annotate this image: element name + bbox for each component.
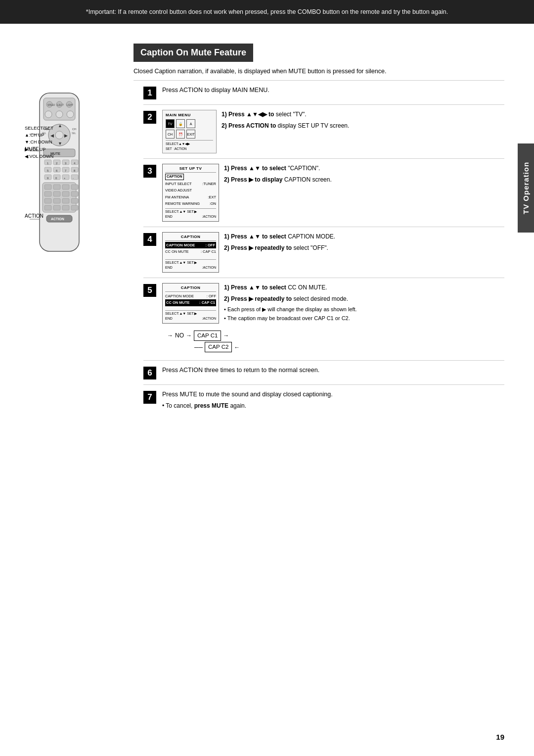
notice-text: *Important: If a remote control button d… bbox=[86, 8, 448, 15]
svg-text:CH: CH bbox=[72, 128, 76, 131]
step-3-number: 3 bbox=[143, 165, 156, 178]
tv-operation-tab: TV Operation bbox=[518, 143, 534, 233]
svg-text:ACTION: ACTION bbox=[51, 217, 64, 221]
svg-rect-55 bbox=[71, 191, 78, 196]
svg-point-8 bbox=[45, 111, 52, 118]
step-5-content: CAPTION CAPTION MODE: OFF CC ON MUTE: CA… bbox=[162, 283, 504, 356]
main-content: Caption On Mute Feature Closed Caption n… bbox=[0, 44, 534, 415]
step-5-screen-title: CAPTION bbox=[165, 285, 216, 292]
svg-rect-52 bbox=[44, 191, 51, 196]
svg-rect-59 bbox=[71, 198, 78, 203]
step-1-number: 1 bbox=[143, 87, 156, 99]
steps-section: 1 Press ACTION to display MAIN MENU. 2 M… bbox=[143, 86, 504, 415]
svg-text:SPEED: SPEED bbox=[47, 104, 55, 106]
step-3-content: SET UP TV CAPTION INPUT SELECT:TUNER VID… bbox=[162, 164, 504, 222]
svg-rect-56 bbox=[44, 198, 51, 203]
step-7-number: 7 bbox=[143, 391, 156, 404]
diagram-arrow-3: → bbox=[223, 331, 229, 340]
diagram-cap-c2: CAP C2 bbox=[205, 342, 232, 352]
step-5-row-1: CAPTION MODE: OFF bbox=[165, 293, 216, 300]
diagram-arrow-back: ← bbox=[234, 343, 240, 352]
content-layout: SPEED EJECT LIGHT ▲ ▼ ◀ ▶ VOL bbox=[25, 86, 504, 415]
svg-point-9 bbox=[56, 111, 63, 118]
step-4-footer: SELECT:▲▼ SET:▶ bbox=[165, 259, 216, 266]
step-1-content: Press ACTION to display MAIN MENU. bbox=[162, 86, 504, 95]
step-4-text: 1) Press ▲▼ to select CAPTION MODE. 2) P… bbox=[224, 232, 335, 253]
step-3-row-3: FM ANTENNA:EXT bbox=[165, 194, 216, 201]
step-6: 6 Press ACTION three times to return to … bbox=[143, 366, 504, 379]
svg-rect-63 bbox=[71, 205, 78, 210]
remote-svg: SPEED EJECT LIGHT ▲ ▼ ◀ ▶ VOL bbox=[25, 91, 94, 259]
svg-rect-49 bbox=[53, 185, 60, 189]
step-3: 3 SET UP TV CAPTION INPUT SELECT:TUNER V… bbox=[143, 164, 504, 222]
step-7-bullet: • To cancel, press MUTE again. bbox=[162, 401, 504, 410]
notice-bar: *Important: If a remote control button d… bbox=[0, 0, 534, 24]
diagram-arrow-2: → bbox=[186, 331, 192, 340]
step-2: 2 MAIN MENU TV 🔒 A CH bbox=[143, 110, 504, 154]
svg-rect-48 bbox=[44, 185, 51, 189]
diagram-cap-c2-label: ── bbox=[194, 343, 203, 352]
diagram-arrow-1: → bbox=[167, 331, 173, 340]
step-2-number: 2 bbox=[143, 111, 156, 124]
svg-text:SEL: SEL bbox=[72, 132, 76, 135]
step-4-content: CAPTION CAPTION MODE: OFF CC ON MUTE: CA… bbox=[162, 232, 504, 273]
step-5-text: 1) Press ▲▼ to select CC ON MUTE. 2) Pre… bbox=[224, 283, 357, 323]
svg-rect-57 bbox=[53, 198, 60, 203]
step-4-screen-title: CAPTION bbox=[165, 234, 216, 241]
step-3-screen-title: SET UP TV bbox=[165, 166, 216, 173]
step-3-screen: SET UP TV CAPTION INPUT SELECT:TUNER VID… bbox=[162, 164, 219, 222]
caption-diagram: → NO → CAP C1 → ── CAP C2 ← bbox=[162, 327, 504, 353]
step-2-content: MAIN MENU TV 🔒 A CH ⏰ EXIT bbox=[162, 110, 504, 154]
step-4-number: 4 bbox=[143, 233, 156, 246]
svg-rect-50 bbox=[62, 185, 69, 189]
step-2-screen-title: MAIN MENU bbox=[166, 112, 213, 118]
step-2-tv-icon: TV bbox=[166, 119, 175, 128]
svg-point-12 bbox=[55, 131, 63, 139]
remote-section: SPEED EJECT LIGHT ▲ ▼ ◀ ▶ VOL bbox=[25, 86, 129, 415]
step-7-text: Press MUTE to mute the sound and display… bbox=[162, 390, 504, 399]
svg-text:▲: ▲ bbox=[58, 123, 62, 128]
step-7-content: Press MUTE to mute the sound and display… bbox=[162, 390, 504, 410]
svg-rect-62 bbox=[62, 205, 69, 210]
step-3-footer: SELECT:▲▼ SET:▶ bbox=[165, 208, 216, 215]
svg-rect-54 bbox=[62, 191, 69, 196]
step-5-row-2: CC ON MUTE: CAP C1 bbox=[165, 299, 216, 306]
step-5-footer: SELECT:▲▼ SET:▶ bbox=[165, 310, 216, 317]
step-2-text: 1) Press ▲▼◀▶ to select "TV". 2) Press A… bbox=[222, 110, 349, 131]
svg-text:LIGHT: LIGHT bbox=[67, 104, 74, 106]
step-2-clock-icon: ⏰ bbox=[176, 130, 185, 139]
step-5-number: 5 bbox=[143, 284, 156, 297]
svg-text:▼: ▼ bbox=[58, 141, 62, 146]
section-title: Caption On Mute Feature bbox=[134, 44, 253, 62]
step-2-lang-icon: A bbox=[186, 119, 195, 128]
diagram-no: NO bbox=[175, 331, 184, 340]
step-6-number: 6 bbox=[143, 367, 156, 379]
step-2-lock-icon: 🔒 bbox=[176, 119, 185, 128]
step-1: 1 Press ACTION to display MAIN MENU. bbox=[143, 86, 504, 99]
remote-container: SPEED EJECT LIGHT ▲ ▼ ◀ ▶ VOL bbox=[25, 91, 129, 259]
step-2-screen: MAIN MENU TV 🔒 A CH ⏰ EXIT bbox=[162, 110, 217, 154]
svg-rect-53 bbox=[53, 191, 60, 196]
svg-text:▶: ▶ bbox=[64, 133, 68, 138]
step-4: 4 CAPTION CAPTION MODE: OFF CC ON MUTE: … bbox=[143, 232, 504, 273]
svg-text:+: + bbox=[64, 177, 66, 180]
step-3-row-4: REMOTE WARNING:ON bbox=[165, 200, 216, 207]
step-5-bullet-1: • Each press of ▶ will change the displa… bbox=[224, 305, 357, 314]
svg-rect-60 bbox=[44, 205, 51, 210]
step-2-ch-icon: CH bbox=[166, 130, 175, 139]
remote-action-label: ACTION bbox=[25, 213, 44, 219]
step-7: 7 Press MUTE to mute the sound and displ… bbox=[143, 390, 504, 410]
step-6-content: Press ACTION three times to return to th… bbox=[162, 366, 504, 375]
step-3-text: 1) Press ▲▼ to select "CAPTION". 2) Pres… bbox=[224, 164, 332, 185]
step-5: 5 CAPTION CAPTION MODE: OFF CC ON MUTE: … bbox=[143, 283, 504, 356]
svg-rect-51 bbox=[71, 185, 78, 189]
step-4-row-1: CAPTION MODE: OFF bbox=[165, 242, 216, 249]
svg-text:EJECT: EJECT bbox=[57, 104, 64, 106]
step-3-row-1: INPUT SELECT:TUNER bbox=[165, 181, 216, 188]
remote-selectset-label: SELECT/SET ▲:CH UP ▼:CH DOWN ▶:VOL UP ◀:… bbox=[25, 124, 53, 160]
svg-point-10 bbox=[67, 111, 74, 118]
step-2-exit-icon: EXIT bbox=[186, 130, 195, 139]
svg-rect-58 bbox=[62, 198, 69, 203]
step-5-bullet-2: • The caption may be broadcast over CAP … bbox=[224, 314, 357, 323]
step-4-screen: CAPTION CAPTION MODE: OFF CC ON MUTE: CA… bbox=[162, 232, 219, 273]
